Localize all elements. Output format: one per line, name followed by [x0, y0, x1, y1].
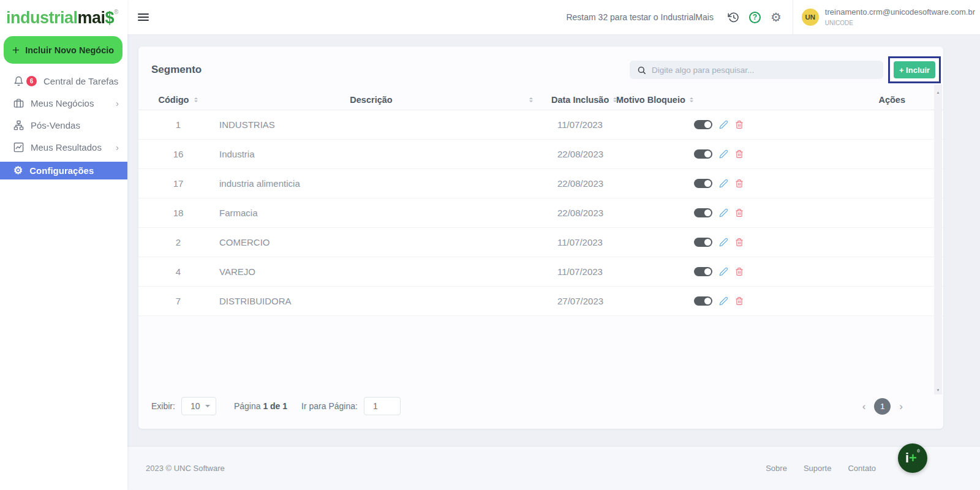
active-toggle[interactable]: [694, 120, 712, 129]
chart-icon: [13, 142, 24, 153]
chevron-right-icon: [116, 98, 119, 108]
sidebar-item-central-de-tarefas[interactable]: 6 Central de Tarefas: [0, 70, 127, 92]
chevron-right-icon: [116, 142, 119, 153]
delete-button[interactable]: [735, 208, 744, 217]
table-scrollbar[interactable]: [934, 85, 942, 394]
sort-icon[interactable]: [529, 97, 533, 102]
edit-button[interactable]: [719, 120, 728, 129]
app-logo[interactable]: industrialmai$®: [0, 0, 127, 28]
main-content: Segmento + Incluir Código Descrição Data…: [127, 35, 980, 446]
sort-icon[interactable]: [194, 97, 198, 102]
pencil-icon: [719, 267, 728, 276]
page-size-value: 10: [190, 401, 200, 411]
top-bar: Restam 32 para testar o IndustrialMais U…: [127, 0, 980, 35]
table-row: 4 VAREJO 11/07/2023: [138, 257, 943, 287]
table-row: 16 Industria 22/08/2023: [138, 140, 943, 169]
cell-data-inclusao: 22/08/2023: [537, 208, 616, 218]
user-email: treinamento.crm@unicodesoftware.com.br: [825, 7, 975, 17]
pencil-icon: [719, 149, 728, 159]
edit-button[interactable]: [719, 179, 728, 188]
active-toggle[interactable]: [694, 208, 712, 217]
trash-icon: [735, 238, 744, 247]
cell-descricao: VAREJO: [206, 266, 537, 277]
delete-button[interactable]: [735, 267, 744, 276]
column-header-codigo: Código: [159, 95, 189, 105]
active-toggle[interactable]: [694, 179, 712, 188]
sidebar-item-meus-resultados[interactable]: Meus Resultados: [0, 136, 127, 158]
table-header-row: Código Descrição Data Inclusão Motivo Bl…: [138, 90, 943, 110]
delete-button[interactable]: [735, 149, 744, 159]
cell-data-inclusao: 22/08/2023: [537, 178, 616, 189]
focus-highlight-box: + Incluir: [888, 56, 941, 83]
search-input[interactable]: [652, 66, 876, 75]
cell-codigo: 16: [151, 149, 206, 159]
cell-data-inclusao: 11/07/2023: [537, 266, 616, 277]
cell-data-inclusao: 11/07/2023: [537, 119, 616, 130]
segmento-card: Segmento + Incluir Código Descrição Data…: [138, 47, 943, 429]
cell-codigo: 17: [151, 178, 206, 189]
table-row: 7 DISTRIBUIDORA 27/07/2023: [138, 287, 943, 316]
scroll-down-icon[interactable]: [937, 383, 940, 393]
edit-button[interactable]: [719, 238, 728, 247]
edit-button[interactable]: [719, 149, 728, 159]
edit-button[interactable]: [719, 208, 728, 217]
brand-fab-button[interactable]: i+®: [898, 443, 927, 473]
delete-button[interactable]: [735, 179, 744, 188]
prev-page-button[interactable]: ‹: [862, 401, 866, 412]
user-menu[interactable]: UN treinamento.crm@unicodesoftware.com.b…: [793, 0, 980, 34]
new-business-button[interactable]: Incluir Novo Negócio: [4, 36, 123, 64]
footer-link-sobre[interactable]: Sobre: [766, 464, 787, 473]
cell-descricao: Farmacia: [206, 208, 537, 218]
sitemap-icon: [13, 120, 24, 130]
sidebar-item-pos-vendas[interactable]: Pós-Vendas: [0, 114, 127, 136]
exibir-label: Exibir:: [151, 401, 175, 411]
fab-registered-mark: ®: [917, 449, 920, 453]
menu-toggle-button[interactable]: [138, 13, 149, 21]
logo-text-green: industrial: [6, 9, 78, 27]
sidebar-item-meus-negocios[interactable]: Meus Negócios: [0, 92, 127, 114]
sidebar-item-label: Meus Negócios: [31, 98, 94, 108]
table-row: 2 COMERCIO 11/07/2023: [138, 228, 943, 257]
column-header-acoes: Ações: [878, 95, 905, 105]
scroll-up-icon[interactable]: [937, 86, 940, 96]
active-toggle[interactable]: [694, 296, 712, 306]
sidebar-item-label: Central de Tarefas: [43, 76, 118, 86]
pagination-bar: Exibir: 10 Página 1 de 1 Ir para Página:…: [151, 397, 931, 415]
active-toggle[interactable]: [694, 149, 712, 159]
sidebar-item-configuracoes[interactable]: Configurações: [0, 162, 127, 179]
registered-mark: ®: [114, 9, 118, 15]
include-button[interactable]: + Incluir: [894, 61, 935, 78]
active-toggle[interactable]: [694, 267, 712, 276]
avatar: UN: [802, 9, 819, 26]
gear-icon: [771, 11, 782, 23]
settings-button[interactable]: [771, 11, 782, 23]
footer-link-contato[interactable]: Contato: [848, 464, 876, 473]
goto-page-input[interactable]: [364, 397, 401, 415]
delete-button[interactable]: [735, 120, 744, 129]
task-count-badge: 6: [26, 76, 37, 86]
footer-link-suporte[interactable]: Suporte: [804, 464, 832, 473]
sidebar-item-label: Configurações: [29, 165, 94, 176]
edit-button[interactable]: [719, 296, 728, 306]
sidebar: industrialmai$® Incluir Novo Negócio 6 C…: [0, 0, 127, 490]
cell-data-inclusao: 27/07/2023: [537, 296, 616, 306]
current-page-button[interactable]: 1: [874, 398, 891, 415]
table-row: 18 Farmacia 22/08/2023: [138, 198, 943, 228]
active-toggle[interactable]: [694, 238, 712, 247]
page-size-select[interactable]: 10: [181, 397, 216, 415]
search-box: [630, 61, 883, 79]
briefcase-icon: [13, 98, 24, 108]
history-icon: [728, 12, 739, 23]
delete-button[interactable]: [735, 296, 744, 306]
delete-button[interactable]: [735, 238, 744, 247]
new-business-label: Incluir Novo Negócio: [25, 45, 114, 55]
user-org: UNICODE: [825, 20, 853, 26]
help-button[interactable]: [749, 12, 761, 23]
logo-text-dark: mai: [78, 9, 105, 27]
cell-descricao: industria alimenticia: [206, 178, 537, 189]
edit-button[interactable]: [719, 267, 728, 276]
next-page-button[interactable]: ›: [899, 401, 903, 412]
trash-icon: [735, 149, 744, 159]
history-button[interactable]: [728, 12, 739, 23]
trash-icon: [735, 208, 744, 217]
